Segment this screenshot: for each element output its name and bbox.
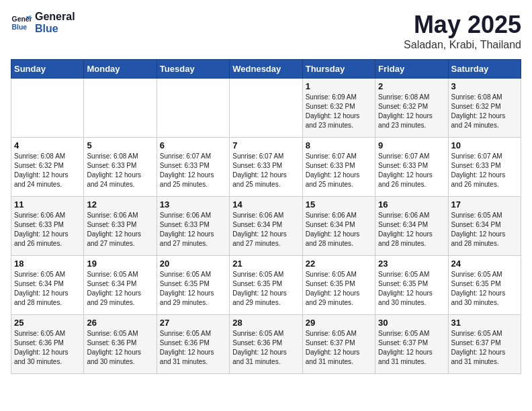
day-info: Sunrise: 6:07 AM Sunset: 6:33 PM Dayligh… [306, 152, 372, 189]
day-cell: 2Sunrise: 6:08 AM Sunset: 6:32 PM Daylig… [375, 79, 448, 138]
day-cell: 31Sunrise: 6:05 AM Sunset: 6:37 PM Dayli… [448, 315, 521, 374]
day-info: Sunrise: 6:08 AM Sunset: 6:32 PM Dayligh… [378, 93, 445, 130]
month-title: May 2025 [404, 11, 521, 39]
week-row-1: 1Sunrise: 6:09 AM Sunset: 6:32 PM Daylig… [11, 79, 521, 138]
day-cell: 29Sunrise: 6:05 AM Sunset: 6:37 PM Dayli… [302, 315, 375, 374]
day-info: Sunrise: 6:05 AM Sunset: 6:37 PM Dayligh… [378, 329, 445, 367]
day-number: 12 [87, 199, 153, 210]
day-cell [11, 79, 84, 138]
week-row-3: 11Sunrise: 6:06 AM Sunset: 6:33 PM Dayli… [11, 197, 521, 256]
day-number: 27 [160, 318, 226, 328]
day-info: Sunrise: 6:05 AM Sunset: 6:37 PM Dayligh… [306, 329, 372, 367]
day-info: Sunrise: 6:05 AM Sunset: 6:37 PM Dayligh… [451, 329, 518, 367]
day-number: 19 [87, 259, 153, 269]
header-cell-sunday: Sunday [11, 60, 84, 79]
day-cell: 14Sunrise: 6:06 AM Sunset: 6:34 PM Dayli… [230, 197, 302, 256]
day-cell: 28Sunrise: 6:05 AM Sunset: 6:36 PM Dayli… [230, 315, 302, 374]
day-info: Sunrise: 6:05 AM Sunset: 6:36 PM Dayligh… [87, 329, 153, 367]
day-number: 30 [378, 318, 445, 328]
day-cell: 3Sunrise: 6:08 AM Sunset: 6:32 PM Daylig… [448, 79, 521, 138]
day-number: 14 [232, 199, 299, 210]
day-info: Sunrise: 6:05 AM Sunset: 6:35 PM Dayligh… [451, 270, 518, 308]
day-number: 2 [378, 81, 445, 91]
day-info: Sunrise: 6:06 AM Sunset: 6:33 PM Dayligh… [14, 211, 81, 248]
day-info: Sunrise: 6:05 AM Sunset: 6:36 PM Dayligh… [14, 329, 81, 367]
day-cell: 20Sunrise: 6:05 AM Sunset: 6:35 PM Dayli… [157, 256, 229, 315]
day-info: Sunrise: 6:07 AM Sunset: 6:33 PM Dayligh… [451, 152, 518, 189]
day-info: Sunrise: 6:08 AM Sunset: 6:32 PM Dayligh… [451, 93, 518, 130]
day-info: Sunrise: 6:06 AM Sunset: 6:34 PM Dayligh… [306, 211, 372, 248]
location-subtitle: Saladan, Krabi, Thailand [404, 39, 521, 51]
day-number: 5 [87, 140, 153, 150]
day-number: 16 [378, 199, 445, 210]
day-cell: 7Sunrise: 6:07 AM Sunset: 6:33 PM Daylig… [230, 138, 302, 197]
day-number: 1 [306, 81, 372, 91]
day-info: Sunrise: 6:08 AM Sunset: 6:33 PM Dayligh… [87, 152, 153, 189]
day-cell: 12Sunrise: 6:06 AM Sunset: 6:33 PM Dayli… [84, 197, 157, 256]
day-cell: 4Sunrise: 6:08 AM Sunset: 6:32 PM Daylig… [11, 138, 84, 197]
day-cell: 27Sunrise: 6:05 AM Sunset: 6:36 PM Dayli… [157, 315, 229, 374]
day-cell: 11Sunrise: 6:06 AM Sunset: 6:33 PM Dayli… [11, 197, 84, 256]
day-number: 28 [232, 318, 299, 328]
day-number: 6 [160, 140, 226, 150]
day-info: Sunrise: 6:05 AM Sunset: 6:35 PM Dayligh… [160, 270, 226, 308]
day-cell: 30Sunrise: 6:05 AM Sunset: 6:37 PM Dayli… [375, 315, 448, 374]
day-number: 23 [378, 259, 445, 269]
day-info: Sunrise: 6:08 AM Sunset: 6:32 PM Dayligh… [14, 152, 81, 189]
calendar-table: SundayMondayTuesdayWednesdayThursdayFrid… [11, 59, 521, 374]
day-cell [84, 79, 157, 138]
day-info: Sunrise: 6:05 AM Sunset: 6:34 PM Dayligh… [87, 270, 153, 308]
day-number: 11 [14, 199, 81, 210]
svg-text:Blue: Blue [12, 23, 28, 30]
day-info: Sunrise: 6:06 AM Sunset: 6:33 PM Dayligh… [87, 211, 153, 248]
day-info: Sunrise: 6:05 AM Sunset: 6:34 PM Dayligh… [451, 211, 518, 248]
day-info: Sunrise: 6:05 AM Sunset: 6:36 PM Dayligh… [232, 329, 299, 367]
day-number: 8 [306, 140, 372, 150]
day-cell: 22Sunrise: 6:05 AM Sunset: 6:35 PM Dayli… [302, 256, 375, 315]
day-number: 25 [14, 318, 81, 328]
logo-icon: General Blue [11, 12, 32, 34]
logo: General Blue General Blue [11, 11, 75, 34]
day-info: Sunrise: 6:06 AM Sunset: 6:34 PM Dayligh… [232, 211, 299, 248]
week-row-2: 4Sunrise: 6:08 AM Sunset: 6:32 PM Daylig… [11, 138, 521, 197]
header-cell-friday: Friday [375, 60, 448, 79]
day-info: Sunrise: 6:07 AM Sunset: 6:33 PM Dayligh… [160, 152, 226, 189]
day-number: 7 [232, 140, 299, 150]
day-number: 9 [378, 140, 445, 150]
day-cell: 6Sunrise: 6:07 AM Sunset: 6:33 PM Daylig… [157, 138, 229, 197]
day-cell: 23Sunrise: 6:05 AM Sunset: 6:35 PM Dayli… [375, 256, 448, 315]
day-info: Sunrise: 6:05 AM Sunset: 6:35 PM Dayligh… [232, 270, 299, 308]
day-number: 29 [306, 318, 372, 328]
day-info: Sunrise: 6:05 AM Sunset: 6:36 PM Dayligh… [160, 329, 226, 367]
day-number: 3 [451, 81, 518, 91]
day-cell: 21Sunrise: 6:05 AM Sunset: 6:35 PM Dayli… [230, 256, 302, 315]
day-info: Sunrise: 6:06 AM Sunset: 6:33 PM Dayligh… [160, 211, 226, 248]
header-cell-wednesday: Wednesday [230, 60, 302, 79]
day-number: 21 [232, 259, 299, 269]
day-number: 24 [451, 259, 518, 269]
day-cell: 15Sunrise: 6:06 AM Sunset: 6:34 PM Dayli… [302, 197, 375, 256]
day-number: 31 [451, 318, 518, 328]
day-cell: 5Sunrise: 6:08 AM Sunset: 6:33 PM Daylig… [84, 138, 157, 197]
header-cell-tuesday: Tuesday [157, 60, 229, 79]
day-cell: 26Sunrise: 6:05 AM Sunset: 6:36 PM Dayli… [84, 315, 157, 374]
day-cell: 10Sunrise: 6:07 AM Sunset: 6:33 PM Dayli… [448, 138, 521, 197]
logo-line1: General [35, 11, 75, 23]
day-number: 22 [306, 259, 372, 269]
day-info: Sunrise: 6:07 AM Sunset: 6:33 PM Dayligh… [378, 152, 445, 189]
day-cell: 19Sunrise: 6:05 AM Sunset: 6:34 PM Dayli… [84, 256, 157, 315]
day-cell [157, 79, 229, 138]
day-cell: 25Sunrise: 6:05 AM Sunset: 6:36 PM Dayli… [11, 315, 84, 374]
day-number: 4 [14, 140, 81, 150]
day-number: 13 [160, 199, 226, 210]
header-row: SundayMondayTuesdayWednesdayThursdayFrid… [11, 60, 521, 79]
header-cell-thursday: Thursday [302, 60, 375, 79]
day-info: Sunrise: 6:05 AM Sunset: 6:35 PM Dayligh… [306, 270, 372, 308]
header-cell-monday: Monday [84, 60, 157, 79]
day-info: Sunrise: 6:05 AM Sunset: 6:35 PM Dayligh… [378, 270, 445, 308]
day-cell: 16Sunrise: 6:06 AM Sunset: 6:34 PM Dayli… [375, 197, 448, 256]
week-row-4: 18Sunrise: 6:05 AM Sunset: 6:34 PM Dayli… [11, 256, 521, 315]
day-cell: 17Sunrise: 6:05 AM Sunset: 6:34 PM Dayli… [448, 197, 521, 256]
day-cell [230, 79, 302, 138]
day-cell: 9Sunrise: 6:07 AM Sunset: 6:33 PM Daylig… [375, 138, 448, 197]
